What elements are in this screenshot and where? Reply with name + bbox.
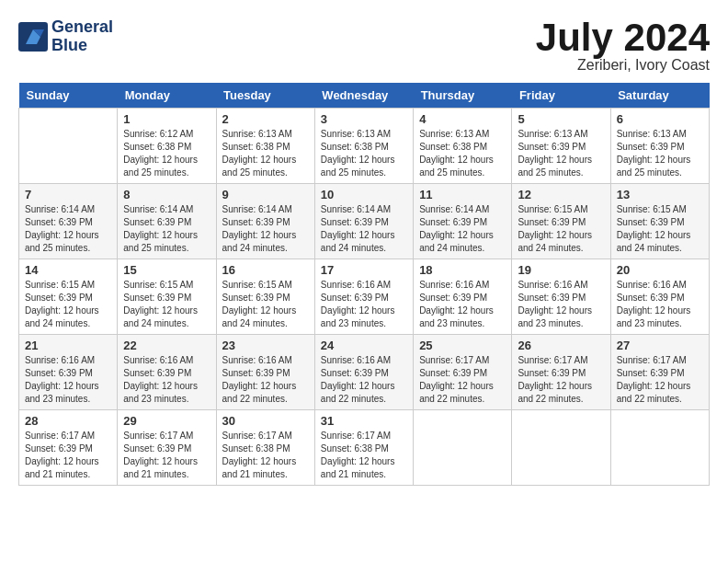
day-info: Sunrise: 6:17 AMSunset: 6:39 PMDaylight:… (123, 430, 210, 481)
header-day-thursday: Thursday (414, 83, 512, 109)
day-info: Sunrise: 6:15 AMSunset: 6:39 PMDaylight:… (222, 279, 309, 330)
day-info: Sunrise: 6:15 AMSunset: 6:39 PMDaylight:… (25, 279, 111, 330)
day-info: Sunrise: 6:15 AMSunset: 6:39 PMDaylight:… (123, 279, 210, 330)
day-number: 13 (617, 188, 703, 201)
header-day-friday: Friday (512, 83, 610, 109)
header-day-sunday: Sunday (19, 83, 118, 109)
day-number: 1 (123, 112, 210, 126)
calendar-header-row: SundayMondayTuesdayWednesdayThursdayFrid… (19, 83, 710, 109)
day-info: Sunrise: 6:14 AMSunset: 6:39 PMDaylight:… (321, 203, 407, 255)
logo-text: General Blue (51, 18, 113, 55)
day-info: Sunrise: 6:16 AMSunset: 6:39 PMDaylight:… (25, 354, 111, 406)
day-info: Sunrise: 6:17 AMSunset: 6:39 PMDaylight:… (518, 354, 604, 406)
calendar-cell: 16Sunrise: 6:15 AMSunset: 6:39 PMDayligh… (216, 259, 314, 335)
day-number: 26 (518, 339, 604, 352)
calendar-week-row: 1Sunrise: 6:12 AMSunset: 6:38 PMDaylight… (19, 109, 710, 184)
calendar-table: SundayMondayTuesdayWednesdayThursdayFrid… (18, 83, 710, 486)
day-number: 24 (321, 339, 407, 352)
calendar-cell: 2Sunrise: 6:13 AMSunset: 6:38 PMDaylight… (216, 109, 314, 184)
title-block: July 2024 Zeriberi, Ivory Coast (536, 18, 710, 74)
calendar-cell: 19Sunrise: 6:16 AMSunset: 6:39 PMDayligh… (512, 259, 610, 335)
day-info: Sunrise: 6:12 AMSunset: 6:38 PMDaylight:… (123, 128, 210, 179)
calendar-cell: 17Sunrise: 6:16 AMSunset: 6:39 PMDayligh… (314, 259, 413, 335)
day-info: Sunrise: 6:17 AMSunset: 6:39 PMDaylight:… (419, 354, 506, 406)
day-number: 29 (123, 414, 210, 428)
header-day-monday: Monday (118, 83, 216, 109)
day-info: Sunrise: 6:16 AMSunset: 6:39 PMDaylight:… (321, 354, 407, 406)
day-number: 19 (518, 263, 604, 277)
day-info: Sunrise: 6:13 AMSunset: 6:39 PMDaylight:… (617, 128, 703, 179)
day-number: 5 (518, 112, 604, 126)
calendar-cell: 23Sunrise: 6:16 AMSunset: 6:39 PMDayligh… (216, 335, 314, 410)
calendar-cell: 15Sunrise: 6:15 AMSunset: 6:39 PMDayligh… (118, 259, 216, 335)
calendar-cell: 14Sunrise: 6:15 AMSunset: 6:39 PMDayligh… (19, 259, 118, 335)
day-info: Sunrise: 6:14 AMSunset: 6:39 PMDaylight:… (25, 203, 111, 255)
calendar-cell: 7Sunrise: 6:14 AMSunset: 6:39 PMDaylight… (19, 184, 118, 259)
month-title: July 2024 (536, 18, 710, 57)
calendar-cell: 20Sunrise: 6:16 AMSunset: 6:39 PMDayligh… (610, 259, 709, 335)
day-info: Sunrise: 6:13 AMSunset: 6:38 PMDaylight:… (222, 128, 309, 179)
day-number: 25 (419, 339, 506, 352)
day-info: Sunrise: 6:14 AMSunset: 6:39 PMDaylight:… (222, 203, 309, 255)
day-info: Sunrise: 6:16 AMSunset: 6:39 PMDaylight:… (617, 279, 703, 330)
calendar-cell: 18Sunrise: 6:16 AMSunset: 6:39 PMDayligh… (414, 259, 512, 335)
calendar-week-row: 28Sunrise: 6:17 AMSunset: 6:39 PMDayligh… (19, 410, 710, 486)
day-info: Sunrise: 6:15 AMSunset: 6:39 PMDaylight:… (518, 203, 604, 255)
calendar-cell: 9Sunrise: 6:14 AMSunset: 6:39 PMDaylight… (216, 184, 314, 259)
day-info: Sunrise: 6:17 AMSunset: 6:38 PMDaylight:… (222, 430, 309, 481)
location-title: Zeriberi, Ivory Coast (536, 57, 710, 74)
day-info: Sunrise: 6:17 AMSunset: 6:39 PMDaylight:… (25, 430, 111, 481)
day-info: Sunrise: 6:17 AMSunset: 6:38 PMDaylight:… (321, 430, 407, 481)
calendar-week-row: 14Sunrise: 6:15 AMSunset: 6:39 PMDayligh… (19, 259, 710, 335)
calendar-cell (512, 410, 610, 486)
calendar-cell: 10Sunrise: 6:14 AMSunset: 6:39 PMDayligh… (314, 184, 413, 259)
day-number: 10 (321, 188, 407, 201)
day-number: 28 (25, 414, 111, 428)
day-number: 6 (617, 112, 703, 126)
day-number: 16 (222, 263, 309, 277)
day-info: Sunrise: 6:13 AMSunset: 6:38 PMDaylight:… (321, 128, 407, 179)
calendar-week-row: 7Sunrise: 6:14 AMSunset: 6:39 PMDaylight… (19, 184, 710, 259)
day-info: Sunrise: 6:16 AMSunset: 6:39 PMDaylight:… (518, 279, 604, 330)
day-number: 8 (123, 188, 210, 201)
calendar-cell: 12Sunrise: 6:15 AMSunset: 6:39 PMDayligh… (512, 184, 610, 259)
day-number: 3 (321, 112, 407, 126)
calendar-cell (19, 109, 118, 184)
calendar-cell: 3Sunrise: 6:13 AMSunset: 6:38 PMDaylight… (314, 109, 413, 184)
calendar-cell: 5Sunrise: 6:13 AMSunset: 6:39 PMDaylight… (512, 109, 610, 184)
calendar-cell: 31Sunrise: 6:17 AMSunset: 6:38 PMDayligh… (314, 410, 413, 486)
logo: General Blue (18, 18, 113, 55)
day-number: 12 (518, 188, 604, 201)
calendar-cell: 6Sunrise: 6:13 AMSunset: 6:39 PMDaylight… (610, 109, 709, 184)
day-number: 27 (617, 339, 703, 352)
calendar-cell: 29Sunrise: 6:17 AMSunset: 6:39 PMDayligh… (118, 410, 216, 486)
calendar-cell: 22Sunrise: 6:16 AMSunset: 6:39 PMDayligh… (118, 335, 216, 410)
day-info: Sunrise: 6:13 AMSunset: 6:38 PMDaylight:… (419, 128, 506, 179)
page-header: General Blue July 2024 Zeriberi, Ivory C… (18, 18, 710, 74)
header-day-tuesday: Tuesday (216, 83, 314, 109)
calendar-cell: 26Sunrise: 6:17 AMSunset: 6:39 PMDayligh… (512, 335, 610, 410)
logo-icon (18, 22, 48, 52)
day-number: 15 (123, 263, 210, 277)
calendar-cell (414, 410, 512, 486)
day-info: Sunrise: 6:15 AMSunset: 6:39 PMDaylight:… (617, 203, 703, 255)
calendar-cell: 13Sunrise: 6:15 AMSunset: 6:39 PMDayligh… (610, 184, 709, 259)
day-number: 2 (222, 112, 309, 126)
calendar-cell: 21Sunrise: 6:16 AMSunset: 6:39 PMDayligh… (19, 335, 118, 410)
day-info: Sunrise: 6:16 AMSunset: 6:39 PMDaylight:… (222, 354, 309, 406)
day-number: 9 (222, 188, 309, 201)
day-number: 23 (222, 339, 309, 352)
header-day-saturday: Saturday (610, 83, 709, 109)
day-number: 22 (123, 339, 210, 352)
calendar-cell: 8Sunrise: 6:14 AMSunset: 6:39 PMDaylight… (118, 184, 216, 259)
calendar-cell: 27Sunrise: 6:17 AMSunset: 6:39 PMDayligh… (610, 335, 709, 410)
day-number: 17 (321, 263, 407, 277)
day-number: 21 (25, 339, 111, 352)
day-info: Sunrise: 6:13 AMSunset: 6:39 PMDaylight:… (518, 128, 604, 179)
day-info: Sunrise: 6:16 AMSunset: 6:39 PMDaylight:… (321, 279, 407, 330)
calendar-cell: 4Sunrise: 6:13 AMSunset: 6:38 PMDaylight… (414, 109, 512, 184)
header-day-wednesday: Wednesday (314, 83, 413, 109)
day-info: Sunrise: 6:17 AMSunset: 6:39 PMDaylight:… (617, 354, 703, 406)
calendar-cell: 24Sunrise: 6:16 AMSunset: 6:39 PMDayligh… (314, 335, 413, 410)
day-number: 11 (419, 188, 506, 201)
